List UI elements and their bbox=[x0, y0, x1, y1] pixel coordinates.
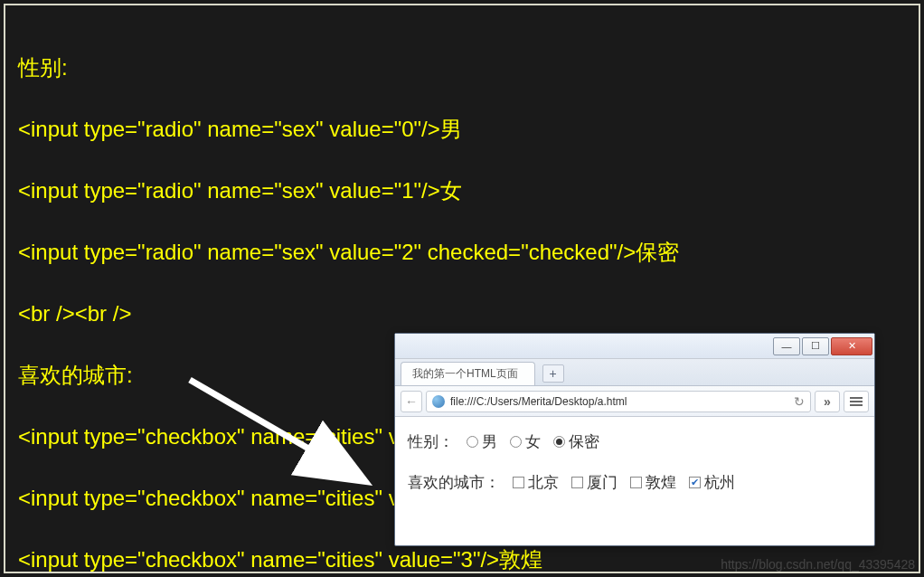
tab-row: 我的第一个HTML页面 + bbox=[395, 359, 874, 386]
radio-checked-icon bbox=[553, 436, 565, 448]
radio-icon bbox=[467, 436, 478, 448]
code-line: <input type="radio" name="sex" value="1"… bbox=[18, 175, 906, 206]
globe-icon bbox=[432, 395, 445, 408]
plus-icon: + bbox=[550, 366, 557, 381]
url-text: file:///C:/Users/Merita/Desktop/a.html bbox=[450, 395, 788, 408]
back-button[interactable]: ← bbox=[401, 391, 422, 412]
radio-label: 女 bbox=[525, 431, 541, 452]
code-line: <input type="radio" name="sex" value="0"… bbox=[18, 114, 906, 145]
close-icon: ✕ bbox=[848, 340, 856, 352]
url-input[interactable]: file:///C:/Users/Merita/Desktop/a.html ↻ bbox=[426, 391, 811, 412]
radio-label: 保密 bbox=[569, 431, 599, 452]
checkbox-label: 厦门 bbox=[587, 472, 618, 493]
address-bar: ← file:///C:/Users/Merita/Desktop/a.html… bbox=[395, 386, 874, 417]
minimize-icon: — bbox=[782, 341, 792, 352]
new-tab-button[interactable]: + bbox=[542, 364, 564, 383]
code-line: 性别: bbox=[18, 52, 906, 83]
tab-title: 我的第一个HTML页面 bbox=[412, 366, 518, 382]
gender-row: 性别： 男 女 保密 bbox=[408, 431, 862, 452]
rendered-page: 性别： 男 女 保密 喜欢的城市： 北京 厦门 bbox=[395, 417, 874, 527]
checkbox-xiamen[interactable]: 厦门 bbox=[571, 472, 618, 493]
cities-label: 喜欢的城市： bbox=[408, 472, 500, 493]
radio-icon bbox=[510, 436, 522, 448]
watermark: https://blog.csdn.net/qq_43395428 bbox=[721, 557, 915, 572]
radio-label: 男 bbox=[482, 431, 497, 452]
checkbox-label: 敦煌 bbox=[646, 472, 676, 493]
maximize-icon: ☐ bbox=[811, 340, 820, 352]
cities-row: 喜欢的城市： 北京 厦门 敦煌 ✔ 杭州 bbox=[408, 472, 862, 493]
browser-tab[interactable]: 我的第一个HTML页面 bbox=[401, 362, 535, 385]
overflow-button[interactable]: » bbox=[815, 391, 840, 412]
radio-male[interactable]: 男 bbox=[467, 431, 497, 452]
radio-female[interactable]: 女 bbox=[510, 431, 541, 452]
checkbox-label: 杭州 bbox=[704, 472, 735, 493]
gender-label: 性别： bbox=[408, 431, 454, 452]
code-line: <br /><br /> bbox=[18, 298, 906, 329]
code-line: <input type="radio" name="sex" value="2"… bbox=[18, 237, 906, 268]
checkbox-label: 北京 bbox=[528, 472, 559, 493]
radio-secret[interactable]: 保密 bbox=[553, 431, 599, 452]
minimize-button[interactable]: — bbox=[773, 337, 800, 355]
reload-icon[interactable]: ↻ bbox=[794, 394, 805, 409]
checkbox-icon bbox=[630, 477, 642, 488]
browser-window: — ☐ ✕ 我的第一个HTML页面 + ← file:///C:/Users/M… bbox=[394, 333, 875, 546]
chevron-right-icon: » bbox=[824, 394, 831, 409]
maximize-button[interactable]: ☐ bbox=[802, 337, 829, 355]
window-titlebar: — ☐ ✕ bbox=[395, 334, 874, 359]
checkbox-icon bbox=[513, 477, 524, 488]
checkbox-dunhuang[interactable]: 敦煌 bbox=[630, 472, 676, 493]
close-button[interactable]: ✕ bbox=[831, 337, 872, 355]
checkbox-hangzhou[interactable]: ✔ 杭州 bbox=[689, 472, 735, 493]
menu-button[interactable] bbox=[844, 391, 869, 412]
checkbox-beijing[interactable]: 北京 bbox=[513, 472, 559, 493]
checkbox-checked-icon: ✔ bbox=[689, 477, 701, 488]
checkbox-icon bbox=[571, 477, 583, 488]
hamburger-icon bbox=[850, 401, 863, 402]
back-icon: ← bbox=[405, 394, 418, 409]
